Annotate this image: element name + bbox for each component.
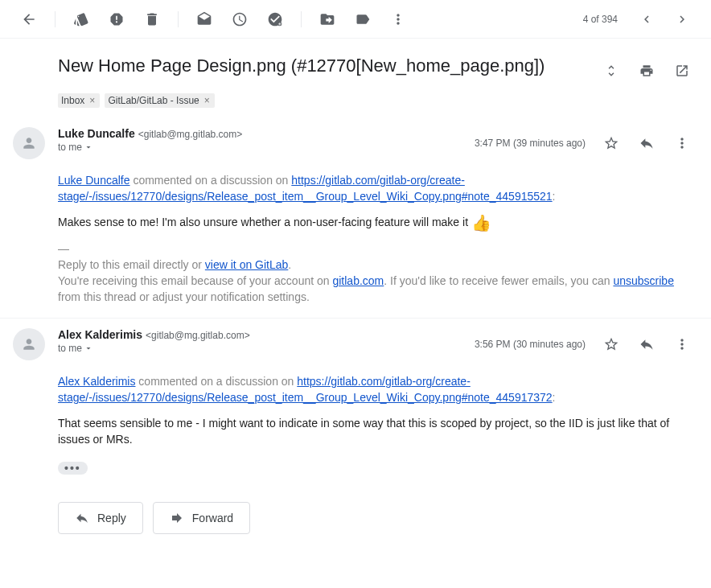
move-to-button[interactable] xyxy=(311,3,343,35)
timestamp: 3:47 PM (39 minutes ago) xyxy=(475,138,586,149)
toolbar-divider xyxy=(301,11,302,27)
toolbar: 4 of 394 xyxy=(0,0,711,39)
message-side: 3:47 PM (39 minutes ago) xyxy=(475,127,698,159)
reply-button[interactable]: Reply xyxy=(58,502,143,534)
message-meta: Alex Kalderimis <gitlab@mg.gitlab.com> t… xyxy=(58,328,475,354)
open-new-window-button[interactable] xyxy=(666,55,698,87)
author-link[interactable]: Luke Duncalfe xyxy=(58,174,130,187)
thumbsup-icon: 👍 xyxy=(471,214,491,232)
message: Luke Duncalfe <gitlab@mg.gitlab.com> to … xyxy=(0,117,711,319)
view-on-gitlab-link[interactable]: view it on GitLab xyxy=(205,258,289,271)
footer-receive: You're receiving this email because of y… xyxy=(58,274,332,287)
action-buttons: Reply Forward xyxy=(0,489,711,553)
snooze-button[interactable] xyxy=(224,3,256,35)
comment-prefix: commented on a discussion on xyxy=(130,174,292,187)
footer-fewer: . If you'd like to receive fewer emails,… xyxy=(384,274,613,287)
collapse-all-button[interactable] xyxy=(595,55,627,87)
more-button[interactable] xyxy=(382,3,414,35)
message-counter: 4 of 394 xyxy=(573,14,627,25)
body-text: That seems sensible to me - I might want… xyxy=(58,415,698,447)
message-header: Luke Duncalfe <gitlab@mg.gitlab.com> to … xyxy=(13,127,698,159)
reply-label: Reply xyxy=(97,512,126,524)
archive-button[interactable] xyxy=(65,3,97,35)
toolbar-divider xyxy=(178,11,179,27)
message-more-button[interactable] xyxy=(666,127,698,159)
label-text: Inbox xyxy=(61,95,84,106)
subject-actions xyxy=(595,55,698,87)
toolbar-divider xyxy=(55,11,55,27)
add-task-button[interactable] xyxy=(259,3,291,35)
reply-icon-button[interactable] xyxy=(631,328,663,360)
to-text: to me xyxy=(58,343,82,354)
body-text: Makes sense to me! I'm also unsure wheth… xyxy=(58,216,471,228)
forward-icon xyxy=(170,511,184,525)
prev-button[interactable] xyxy=(631,3,663,35)
toolbar-right: 4 of 394 xyxy=(573,3,698,35)
reply-icon-button[interactable] xyxy=(631,127,663,159)
message-more-button[interactable] xyxy=(666,328,698,360)
gitlab-domain-link[interactable]: gitlab.com xyxy=(332,274,384,287)
avatar[interactable] xyxy=(13,127,45,159)
to-line[interactable]: to me xyxy=(58,343,475,354)
forward-button[interactable]: Forward xyxy=(153,502,250,534)
label-remove-icon[interactable]: × xyxy=(203,95,212,106)
sender-line: Luke Duncalfe <gitlab@mg.gitlab.com> xyxy=(58,127,475,140)
back-button[interactable] xyxy=(13,3,45,35)
spam-button[interactable] xyxy=(101,3,133,35)
reply-icon xyxy=(75,511,89,525)
message-body: Luke Duncalfe commented on a discussion … xyxy=(13,159,698,305)
avatar[interactable] xyxy=(13,328,45,360)
delete-button[interactable] xyxy=(136,3,168,35)
separator: — xyxy=(58,241,698,257)
label-text: GitLab/GitLab - Issue xyxy=(108,95,199,106)
chevron-down-icon xyxy=(84,142,93,152)
message-header: Alex Kalderimis <gitlab@mg.gitlab.com> t… xyxy=(13,328,698,360)
thread: New Home Page Design.png (#12770[New_hom… xyxy=(0,39,711,553)
author-link[interactable]: Alex Kalderimis xyxy=(58,375,135,388)
star-button[interactable] xyxy=(595,328,627,360)
sender-name: Luke Duncalfe xyxy=(58,127,135,140)
to-text: to me xyxy=(58,142,82,153)
star-button[interactable] xyxy=(595,127,627,159)
show-trimmed-button[interactable]: ••• xyxy=(58,462,88,475)
sender-email: <gitlab@mg.gitlab.com> xyxy=(138,129,243,140)
comment-prefix: commented on a discussion on xyxy=(135,375,297,388)
subject: New Home Page Design.png (#12770[New_hom… xyxy=(58,55,595,77)
unsubscribe-link[interactable]: unsubscribe xyxy=(613,274,674,287)
labels-row: Inbox × GitLab/GitLab - Issue × xyxy=(0,93,711,117)
forward-label: Forward xyxy=(192,512,233,524)
next-button[interactable] xyxy=(666,3,698,35)
print-button[interactable] xyxy=(631,55,663,87)
footer-reply: Reply to this email directly or xyxy=(58,258,205,271)
label-remove-icon[interactable]: × xyxy=(88,95,97,106)
to-line[interactable]: to me xyxy=(58,142,475,153)
toolbar-left xyxy=(13,3,414,35)
message-body: Alex Kalderimis commented on a discussio… xyxy=(13,360,698,476)
label-chip-gitlab-issue[interactable]: GitLab/GitLab - Issue × xyxy=(105,93,214,108)
message-side: 3:56 PM (30 minutes ago) xyxy=(475,328,698,360)
label-chip-inbox[interactable]: Inbox × xyxy=(58,93,100,108)
sender-name: Alex Kalderimis xyxy=(58,328,142,341)
mark-unread-button[interactable] xyxy=(188,3,220,35)
sender-email: <gitlab@mg.gitlab.com> xyxy=(146,330,250,341)
message-meta: Luke Duncalfe <gitlab@mg.gitlab.com> to … xyxy=(58,127,475,153)
labels-button[interactable] xyxy=(347,3,379,35)
subject-row: New Home Page Design.png (#12770[New_hom… xyxy=(0,55,711,93)
footer-tail: from this thread or adjust your notifica… xyxy=(58,290,310,303)
timestamp: 3:56 PM (30 minutes ago) xyxy=(475,339,586,350)
message: Alex Kalderimis <gitlab@mg.gitlab.com> t… xyxy=(0,319,711,489)
chevron-down-icon xyxy=(84,343,93,353)
sender-line: Alex Kalderimis <gitlab@mg.gitlab.com> xyxy=(58,328,475,341)
